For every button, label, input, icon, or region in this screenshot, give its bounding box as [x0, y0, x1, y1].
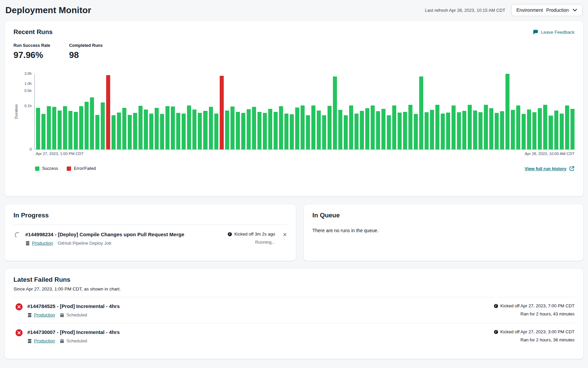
chart-bar-success[interactable] — [144, 110, 148, 149]
chart-bar-success[interactable] — [182, 114, 186, 149]
chart-bar-success[interactable] — [171, 106, 175, 149]
chart-bar-success[interactable] — [392, 105, 396, 149]
chart-bar-success[interactable] — [192, 110, 196, 149]
chart-bar-success[interactable] — [333, 76, 337, 149]
environment-link[interactable]: Production — [34, 338, 55, 343]
chart-bar-success[interactable] — [554, 111, 558, 149]
chart-bar-success[interactable] — [138, 106, 143, 149]
chart-bar-success[interactable] — [408, 105, 412, 149]
chart-bar-success[interactable] — [85, 102, 89, 149]
chart-bar-success[interactable] — [338, 110, 342, 149]
chart-bar-success[interactable] — [462, 111, 466, 149]
chart-bar-success[interactable] — [117, 113, 121, 149]
chart-bar-success[interactable] — [257, 112, 261, 149]
chart-bar-success[interactable] — [435, 105, 439, 149]
chart-bar-success[interactable] — [236, 112, 240, 149]
chart-bar-success[interactable] — [279, 106, 283, 149]
chart-bar-success[interactable] — [149, 114, 153, 149]
chart-bar-success[interactable] — [403, 112, 407, 149]
chart-bar-success[interactable] — [128, 115, 132, 150]
chart-bar-success[interactable] — [133, 113, 137, 149]
chart-bar-success[interactable] — [425, 112, 429, 149]
chart-bar-success[interactable] — [398, 113, 402, 149]
chart-bar-success[interactable] — [112, 115, 116, 149]
chart-bar-success[interactable] — [565, 105, 569, 149]
chart-bar-success[interactable] — [560, 114, 564, 149]
environment-link[interactable]: Production — [32, 241, 53, 246]
chart-bar-success[interactable] — [328, 106, 332, 149]
chart-bar-success[interactable] — [543, 105, 547, 149]
chart-bar-success[interactable] — [468, 105, 472, 149]
chart-bar-success[interactable] — [452, 105, 456, 149]
chart-bar-success[interactable] — [247, 109, 251, 149]
chart-bar-success[interactable] — [155, 108, 159, 149]
chart-bar-success[interactable] — [522, 114, 526, 149]
chart-bar-success[interactable] — [419, 76, 423, 149]
chart-bar-success[interactable] — [360, 111, 364, 149]
chart-bar-success[interactable] — [441, 114, 445, 149]
chart-bar-success[interactable] — [187, 105, 191, 149]
chart-bar-failed[interactable] — [220, 76, 224, 149]
chart-bar-success[interactable] — [532, 112, 536, 149]
chart-bar-success[interactable] — [47, 106, 51, 149]
chart-bar-success[interactable] — [538, 108, 542, 149]
chart-bar-success[interactable] — [252, 107, 256, 149]
chart-bar-success[interactable] — [306, 115, 310, 149]
leave-feedback-link[interactable]: Leave Feedback — [533, 29, 575, 35]
chart-bar-success[interactable] — [214, 114, 218, 149]
environment-link[interactable]: Production — [34, 312, 55, 317]
chart-bar-success[interactable] — [344, 115, 348, 149]
chart-bar-success[interactable] — [511, 110, 515, 149]
chart-bar-failed[interactable] — [106, 75, 110, 149]
close-icon[interactable]: ✕ — [283, 232, 287, 238]
chart-bar-success[interactable] — [505, 74, 509, 149]
chart-bar-success[interactable] — [274, 112, 278, 149]
chart-bar-success[interactable] — [570, 109, 575, 149]
chart-bar-success[interactable] — [516, 105, 520, 149]
chart-bar-success[interactable] — [41, 114, 45, 149]
chart-bar-success[interactable] — [165, 106, 169, 149]
environment-dropdown[interactable]: Environment Production — [511, 4, 583, 16]
chart-bar-success[interactable] — [241, 113, 245, 149]
chart-bar-success[interactable] — [290, 114, 294, 149]
chart-bar-success[interactable] — [36, 108, 40, 149]
chart-bar-success[interactable] — [495, 113, 499, 149]
chart-bar-success[interactable] — [263, 113, 267, 149]
chart-bar-success[interactable] — [301, 105, 305, 149]
chart-bar-success[interactable] — [457, 112, 461, 149]
chart-bar-success[interactable] — [430, 110, 434, 149]
chart-bar-success[interactable] — [225, 111, 229, 149]
chart-bar-success[interactable] — [446, 113, 450, 149]
chart-bar-success[interactable] — [414, 114, 418, 149]
chart-bar-success[interactable] — [295, 108, 299, 149]
chart-bar-success[interactable] — [376, 111, 380, 149]
chart-bar-success[interactable] — [63, 106, 67, 149]
chart-bar-success[interactable] — [484, 105, 488, 149]
chart-bar-success[interactable] — [52, 107, 56, 149]
chart-bar-success[interactable] — [58, 111, 62, 149]
chart-bar-success[interactable] — [203, 111, 207, 149]
chart-bar-success[interactable] — [209, 107, 213, 149]
chart-bar-success[interactable] — [489, 108, 493, 149]
chart-bar-success[interactable] — [354, 114, 359, 149]
chart-bar-success[interactable] — [68, 111, 72, 149]
chart-bar-success[interactable] — [527, 110, 531, 149]
chart-bar-success[interactable] — [95, 115, 99, 150]
chart-bar-success[interactable] — [176, 113, 180, 149]
chart-bar-success[interactable] — [311, 105, 315, 149]
chart-bar-success[interactable] — [473, 111, 477, 149]
chart-bar-success[interactable] — [90, 97, 94, 149]
chart-bar-success[interactable] — [387, 115, 391, 149]
chart-bar-success[interactable] — [478, 112, 483, 149]
chart-bar-success[interactable] — [317, 111, 321, 149]
chart-bar-success[interactable] — [122, 108, 126, 149]
chart-bar-success[interactable] — [79, 106, 83, 149]
chart-bar-success[interactable] — [371, 105, 375, 149]
chart-bar-success[interactable] — [230, 106, 235, 149]
chart-bar-success[interactable] — [349, 105, 353, 149]
chart-bar-success[interactable] — [74, 112, 78, 149]
chart-bar-success[interactable] — [365, 108, 369, 149]
view-full-run-history-link[interactable]: View full run history — [525, 166, 575, 171]
chart-bar-success[interactable] — [381, 109, 385, 149]
chart-bar-success[interactable] — [101, 102, 105, 149]
